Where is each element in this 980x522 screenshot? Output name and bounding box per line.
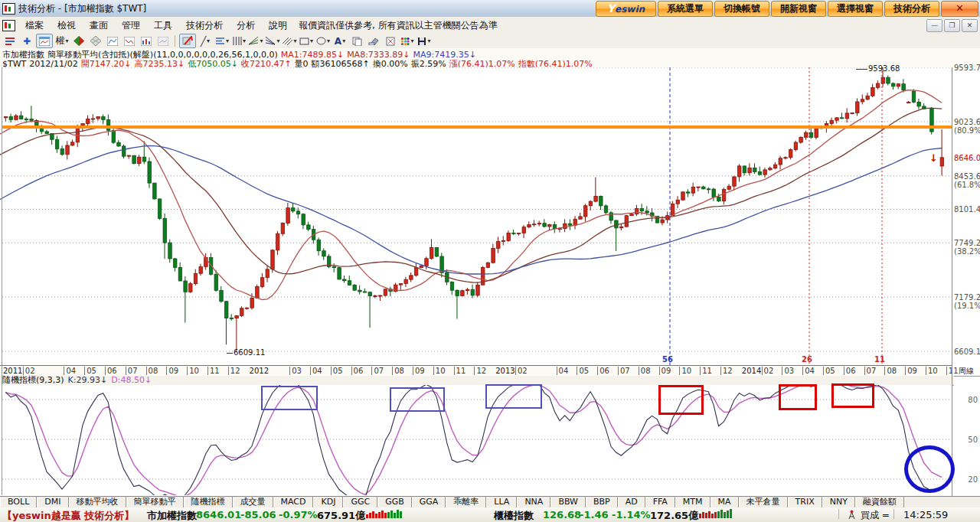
yeswin-logo-button[interactable]: Yeswin: [596, 1, 656, 17]
rights-adjust-dropdown[interactable]: 權▾: [54, 34, 70, 47]
drawing-mode-icon[interactable]: [179, 34, 196, 48]
tab-BOLL[interactable]: BOLL: [0, 497, 37, 507]
kd-highlight-rect-3[interactable]: [485, 384, 542, 409]
kd-d-value: D:48.50↓: [111, 375, 152, 385]
color-palette-icon[interactable]: ▾: [400, 34, 415, 47]
x-tick-07: 07: [618, 367, 630, 375]
title-bar[interactable]: 技術分析 - [市加權指數 $TWT] Yeswin 系統選單切換帳號開新視窗選…: [0, 0, 980, 18]
tab-TRIX[interactable]: TRIX: [788, 497, 822, 507]
parallel-channel-tool-icon[interactable]: ▾: [282, 34, 297, 47]
tab-AD[interactable]: AD: [618, 497, 645, 507]
dropdown-arrow-icon: ▾: [65, 38, 68, 44]
kd-highlight-rect-6[interactable]: [831, 383, 874, 408]
tab-MTM[interactable]: MTM: [675, 497, 710, 507]
price-chart-svg[interactable]: [0, 67, 980, 365]
tab-融資餘額[interactable]: 融資餘額: [855, 497, 904, 507]
tab-GGC[interactable]: GGC: [343, 497, 377, 507]
gray-diamond-icon[interactable]: [88, 34, 103, 47]
vertical-lines-tool-icon[interactable]: ▾: [231, 34, 247, 47]
price-label-(80.9%): (80.9%): [954, 126, 980, 135]
tab-乖離率[interactable]: 乖離率: [446, 497, 486, 507]
gann-lines-tool-icon[interactable]: ▾: [265, 34, 280, 47]
top-button-3[interactable]: 開新視窗: [771, 1, 826, 17]
menu-4[interactable]: 管理: [115, 18, 147, 34]
x-tick-09: 09: [166, 367, 178, 375]
bar-count-26: 26: [802, 355, 812, 364]
mini-chart-icon-disabled[interactable]: [155, 34, 171, 47]
tab-隨機指標[interactable]: 隨機指標: [184, 497, 233, 507]
clear-page-icon[interactable]: [383, 34, 398, 47]
save-icon[interactable]: ▾: [416, 34, 432, 47]
kd-highlight-rect-1[interactable]: [261, 386, 318, 410]
peak-price-annotation: 9593.68: [868, 64, 900, 73]
text-tool-icon[interactable]: A▾: [332, 34, 348, 47]
tab-移動平均收[interactable]: 移動平均收: [69, 497, 126, 507]
otc-label: 櫃檯指數: [494, 509, 534, 522]
tab-MA[interactable]: MA: [710, 497, 739, 507]
tab-成交量[interactable]: 成交量: [233, 497, 273, 507]
layout-icon[interactable]: [2, 34, 18, 47]
price-label-7749.2: 7749.2: [954, 239, 980, 247]
tab-LLA[interactable]: LLA: [486, 497, 517, 507]
tab-BBW[interactable]: BBW: [550, 497, 586, 507]
kd-highlight-rect-2[interactable]: [390, 387, 445, 412]
eraser-icon[interactable]: [366, 34, 381, 47]
chart-window-icon[interactable]: [36, 34, 53, 48]
ellipse-tool-icon[interactable]: ▾: [315, 34, 331, 47]
menu-5[interactable]: 工具: [147, 18, 179, 34]
close-icon[interactable]: ✕: [962, 19, 978, 32]
kd-label-20: 20: [954, 475, 978, 484]
horizontal-lines-tool-icon[interactable]: ▾: [214, 34, 230, 47]
tab-BBP[interactable]: BBP: [586, 497, 618, 507]
mini-chart-icon-2[interactable]: [122, 34, 137, 47]
restore-icon[interactable]: ❐: [944, 19, 960, 32]
menu-8[interactable]: 說明: [262, 18, 294, 34]
tab-NNY[interactable]: NNY: [822, 497, 855, 507]
menu-6[interactable]: 技術分析: [179, 18, 230, 34]
status-brand: 【yeswin越是贏 技術分析】: [2, 509, 134, 522]
x-tick-03: 03: [289, 367, 302, 375]
child-window-controls: — ❐ ✕: [926, 19, 978, 32]
rectangle-tool-icon[interactable]: ▾: [299, 34, 314, 47]
menu-3[interactable]: 畫面: [83, 18, 115, 34]
tab-MACD[interactable]: MACD: [273, 497, 314, 507]
window-title: 技術分析 - [市加權指數 $TWT]: [18, 2, 146, 15]
tab-NNA[interactable]: NNA: [517, 497, 550, 507]
tab-簡單移動平[interactable]: 簡單移動平: [126, 497, 184, 507]
tab-GGA[interactable]: GGA: [412, 497, 446, 507]
otc-volume-bars-icon: [699, 509, 732, 518]
top-button-5[interactable]: 技術分析: [884, 1, 939, 17]
kd-k-value: K:29.93↓: [68, 375, 108, 385]
top-button-2[interactable]: 切換帳號: [714, 1, 769, 17]
menu-1[interactable]: 檔案: [18, 18, 51, 34]
crosshair-icon[interactable]: ✚: [19, 34, 34, 47]
tab-KDJ[interactable]: KDJ: [313, 497, 343, 507]
kd-label-80: 80: [954, 396, 978, 404]
fan-lines-tool-icon[interactable]: ▾: [248, 34, 263, 47]
kd-highlight-circle[interactable]: [904, 445, 955, 493]
trendline-tool-icon[interactable]: ╱▾: [198, 34, 213, 47]
close-app-button[interactable]: ✕: [941, 1, 978, 17]
menu-7[interactable]: 分析: [230, 18, 262, 34]
technical-analysis-window: 技術分析 - [市加權指數 $TWT] Yeswin 系統選單切換帳號開新視窗選…: [0, 0, 980, 522]
x-tick-2012: 2012: [250, 367, 269, 375]
kd-highlight-rect-5[interactable]: [779, 384, 817, 410]
dropdown-arrow-icon: ▾: [226, 38, 229, 44]
kd-highlight-rect-4[interactable]: [658, 385, 704, 415]
mini-chart-icon-3[interactable]: [139, 34, 154, 47]
copy-icon[interactable]: [349, 34, 364, 47]
last-price-arrow-icon: ↓: [929, 152, 938, 164]
tab-未平倉量[interactable]: 未平倉量: [739, 497, 788, 507]
minimize-icon[interactable]: —: [926, 19, 942, 32]
menu-2[interactable]: 檢視: [51, 18, 83, 34]
top-button-1[interactable]: 系統選單: [658, 1, 713, 17]
status-bar: 【yeswin越是贏 技術分析】 市加權指數 8646.01 -85.06 -0…: [0, 507, 980, 522]
color-diamond-icon[interactable]: [71, 34, 87, 47]
tab-FFA[interactable]: FFA: [645, 497, 675, 507]
toolbar-separator: [175, 35, 175, 47]
tab-GGB[interactable]: GGB: [377, 497, 412, 507]
x-tick-06: 06: [105, 367, 117, 375]
mini-chart-icon-1[interactable]: [105, 34, 120, 47]
tab-DMI[interactable]: DMI: [37, 497, 68, 507]
top-button-4[interactable]: 選擇視窗: [828, 1, 883, 17]
